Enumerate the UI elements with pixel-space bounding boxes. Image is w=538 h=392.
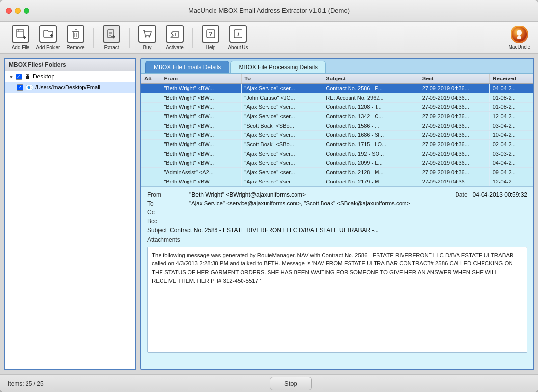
tree-item-desktop[interactable]: ▼ ✓ 🖥 Desktop <box>5 71 135 82</box>
col-sent: Sent <box>419 74 489 84</box>
email-table: Att From To Subject Sent Received "Beth … <box>141 74 533 186</box>
cell-subject: Contract No. 2099 - E... <box>323 158 419 168</box>
cell-received: 03-03-2... <box>489 149 533 158</box>
cell-to: "Scott Boak" <SBo... <box>242 140 323 149</box>
table-row[interactable]: "Beth Wright" <BW..."Ajax Service" <ser.… <box>141 84 533 93</box>
table-row[interactable]: "Beth Wright" <BW..."Ajax Service" <ser.… <box>141 131 533 140</box>
cell-att <box>141 103 161 112</box>
cell-from: "Beth Wright" <BW... <box>161 177 242 186</box>
cell-subject: RE: Account No. 2962... <box>323 93 419 103</box>
separator-2 <box>129 28 130 48</box>
extract-button[interactable]: Extract <box>99 25 124 50</box>
svg-text:?: ? <box>209 30 213 38</box>
help-label: Help <box>206 45 216 50</box>
checkbox-desktop[interactable]: ✓ <box>16 74 22 80</box>
cell-received: 12-04-2... <box>489 177 533 186</box>
help-button[interactable]: ? Help <box>198 25 223 50</box>
about-button[interactable]: i About Us <box>225 25 251 50</box>
tab-processing-details[interactable]: MBOX File Processing Details <box>230 61 326 73</box>
cell-subject: Contract No. 2179 - M... <box>323 177 419 186</box>
help-icon: ? <box>202 25 219 43</box>
close-button[interactable] <box>6 8 12 14</box>
cell-received: 10-04-2... <box>489 131 533 140</box>
email-detail: From "Beth Wright" <BWright@ajaxuniforms… <box>141 186 533 369</box>
cell-subject: Contract No. 1686 - Sl... <box>323 131 419 140</box>
buy-label: Buy <box>143 45 151 50</box>
message-body[interactable]: The following message was generated by R… <box>147 247 527 353</box>
email-table-container[interactable]: Att From To Subject Sent Received "Beth … <box>141 74 533 186</box>
checkbox-email[interactable]: ✓ <box>17 84 23 91</box>
cell-sent: 27-09-2019 04:36... <box>419 103 489 112</box>
buy-button[interactable]: Buy <box>134 25 160 50</box>
add-folder-icon <box>39 25 57 43</box>
content-area: MBOX Files/ Folders ▼ ✓ 🖥 Desktop ✓ 📧 /U… <box>0 54 538 374</box>
remove-icon <box>67 25 84 43</box>
cell-sent: 27-09-2019 04:36... <box>419 121 489 131</box>
cell-sent: 27-09-2019 04:36... <box>419 168 489 177</box>
cell-att <box>141 93 161 103</box>
table-row[interactable]: "Beth Wright" <BW..."Ajax Service" <ser.… <box>141 103 533 112</box>
stop-button[interactable]: Stop <box>270 377 312 390</box>
minimize-button[interactable] <box>15 8 21 14</box>
email-path-label: /Users/imac/Desktop/Email <box>35 84 100 90</box>
cell-from: "Beth Wright" <BW... <box>161 103 242 112</box>
table-row[interactable]: "Beth Wright" <BW..."Ajax Service" <ser.… <box>141 177 533 186</box>
tab-emails-details[interactable]: MBOX File Emails Details <box>145 61 229 73</box>
table-row[interactable]: "Beth Wright" <BW..."Scott Boak" <SBo...… <box>141 140 533 149</box>
svg-rect-0 <box>17 29 23 37</box>
cc-value <box>189 209 445 216</box>
add-file-label: Add File <box>12 45 30 50</box>
cell-sent: 27-09-2019 04:36... <box>419 84 489 93</box>
tree-item-email[interactable]: ✓ 📧 /Users/imac/Desktop/Email <box>5 82 135 93</box>
cell-sent: 27-09-2019 04:36... <box>419 112 489 121</box>
table-row[interactable]: "Beth Wright" <BW..."Ajax Service" <ser.… <box>141 149 533 158</box>
add-file-icon <box>12 25 29 43</box>
cell-sent: 27-09-2019 04:36... <box>419 140 489 149</box>
tabs-bar: MBOX File Emails Details MBOX File Proce… <box>141 59 533 74</box>
from-label: From <box>147 191 187 199</box>
table-row[interactable]: "Beth Wright" <BW..."Ajax Service" <ser.… <box>141 158 533 168</box>
cell-from: "Beth Wright" <BW... <box>161 149 242 158</box>
cell-received: 02-04-2... <box>489 140 533 149</box>
cell-to: "Ajax Service" <ser... <box>242 158 323 168</box>
add-folder-button[interactable]: Add Folder <box>35 25 61 50</box>
activate-icon <box>166 25 184 43</box>
cc-label: Cc <box>147 209 187 216</box>
cell-from: "Beth Wright" <BW... <box>161 131 242 140</box>
bcc-value <box>189 217 445 225</box>
cell-received: 04-04-2... <box>489 158 533 168</box>
activate-button[interactable]: Activate <box>162 25 188 50</box>
table-row[interactable]: "Beth Wright" <BW..."Scott Boak" <SBo...… <box>141 121 533 131</box>
cell-to: "Ajax Service" <ser... <box>242 103 323 112</box>
macuncle-logo: MacUncle <box>509 26 530 50</box>
cell-from: "Beth Wright" <BW... <box>161 93 242 103</box>
traffic-lights <box>6 8 29 14</box>
table-row[interactable]: "Beth Wright" <BW..."John Caruso" <JC...… <box>141 93 533 103</box>
remove-button[interactable]: Remove <box>63 25 88 50</box>
cell-att <box>141 112 161 121</box>
about-icon: i <box>229 25 247 43</box>
cell-received: 09-04-2... <box>489 168 533 177</box>
cell-to: "John Caruso" <JC... <box>242 93 323 103</box>
cell-att <box>141 131 161 140</box>
svg-text:i: i <box>237 30 239 38</box>
maximize-button[interactable] <box>24 8 29 14</box>
cell-to: "Ajax Service" <ser... <box>242 149 323 158</box>
cell-sent: 27-09-2019 04:36... <box>419 158 489 168</box>
cell-received: 12-04-2... <box>489 112 533 121</box>
toolbar: Add File Add Folder Remove Extract <box>0 22 538 54</box>
to-value: "Ajax Service" <service@ajaxuniforms.com… <box>189 200 445 208</box>
add-file-button[interactable]: Add File <box>8 25 33 50</box>
to-label: To <box>147 200 187 208</box>
cell-sent: 27-09-2019 04:36... <box>419 131 489 140</box>
macuncle-label: MacUncle <box>509 44 530 50</box>
bcc-label: Bcc <box>147 217 187 225</box>
cell-sent: 27-09-2019 04:36... <box>419 177 489 186</box>
cell-subject: Contract No. 1586 - ... <box>323 121 419 131</box>
svg-rect-26 <box>517 36 521 39</box>
table-row[interactable]: "AdminAssist" <A2..."Ajax Service" <ser.… <box>141 168 533 177</box>
extract-label: Extract <box>104 45 119 50</box>
subject-value: Contract No. 2586 - ESTATE RIVERFRONT LL… <box>170 226 378 234</box>
table-row[interactable]: "Beth Wright" <BW..."Ajax Service" <ser.… <box>141 112 533 121</box>
remove-label: Remove <box>66 45 84 50</box>
